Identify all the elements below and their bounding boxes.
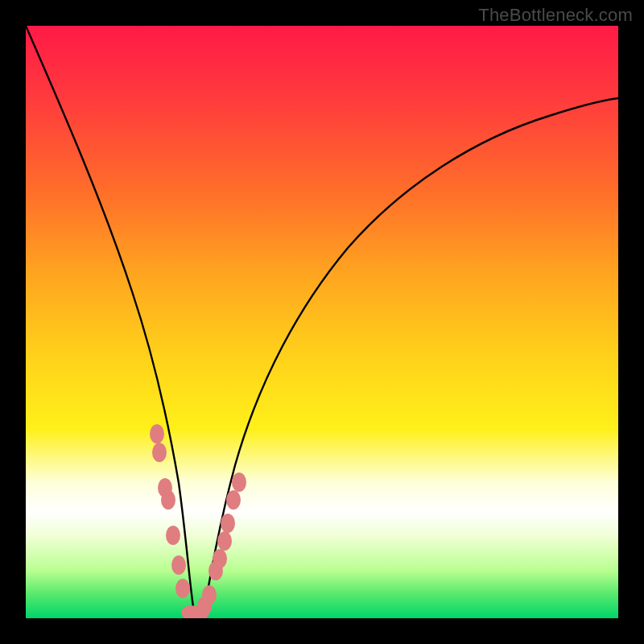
data-point [226, 490, 241, 510]
data-point [161, 490, 175, 510]
data-point [213, 549, 227, 568]
plot-area [26, 26, 618, 618]
data-point [166, 526, 180, 545]
data-point [202, 585, 217, 605]
data-point [221, 514, 235, 533]
chart-frame: TheBottleneck.com [0, 0, 644, 644]
data-point [171, 555, 186, 575]
curve-layer [26, 26, 618, 618]
data-point [150, 424, 164, 444]
data-point [152, 443, 167, 462]
data-point [232, 473, 246, 492]
data-point [175, 579, 190, 598]
data-point [217, 531, 232, 551]
watermark-text: TheBottleneck.com [478, 5, 633, 26]
marker-group [150, 424, 246, 618]
bottleneck-curve [26, 26, 618, 618]
